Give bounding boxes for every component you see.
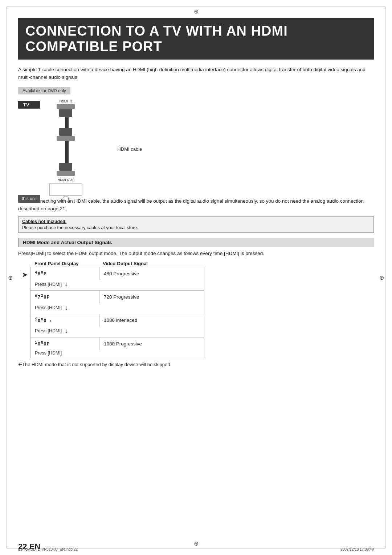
press-info-1080i: Press [HDMI] ↓	[30, 327, 204, 337]
press-label-480: Press [HDMI]	[35, 282, 62, 287]
this-unit-label: this unit	[18, 195, 40, 203]
display-720: n720P	[30, 291, 99, 303]
svg-rect-4	[59, 128, 72, 136]
hdmi-note: ∈The HDMI mode that is not supported by …	[18, 362, 374, 367]
press-label-720: Press [HDMI]	[35, 305, 62, 310]
press-info-1080p: Press [HDMI]	[30, 350, 204, 358]
data-row-480: 488P 480 Progressive	[30, 267, 204, 280]
cables-note-text: Please purchase the necessary cables at …	[22, 225, 370, 230]
diagram-section: Available for DVD only TV this unit HDMI…	[18, 87, 374, 206]
tv-label: TV	[18, 101, 40, 109]
press-label-1080p: Press [HDMI]	[35, 351, 62, 356]
intro-text: A simple 1-cable connection with a devic…	[18, 66, 374, 81]
table-row: i080P 1080 Progressive Press [HDMI]	[30, 337, 204, 358]
col-header-signal: Video Output Signal	[103, 261, 148, 266]
svg-text:HDMI IN: HDMI IN	[60, 100, 72, 103]
display-480: 488P	[30, 267, 99, 280]
display-1080i: i080 ı	[30, 314, 99, 327]
signal-1080i: 1080 interlaced	[99, 314, 204, 327]
arrow-icon: ➤	[22, 261, 28, 279]
hdmi-mode-header: HDMI Mode and Actual Output Signals	[18, 238, 374, 247]
svg-text:HDMI OUT: HDMI OUT	[58, 178, 74, 182]
svg-rect-7	[59, 163, 72, 171]
footer-right: 2007/12/18 17:09:49	[340, 547, 374, 551]
table-row: n720P 720 Progressive Press [HDMI] ↓	[30, 290, 204, 313]
footer-left: E9HGAUD_D-VR610KU_EN.indd 22	[18, 547, 78, 551]
down-arrow-480: ↓	[65, 280, 68, 288]
data-row-1080i: i080 ı 1080 interlaced	[30, 314, 204, 327]
svg-point-11	[63, 196, 69, 202]
svg-rect-2	[59, 109, 72, 117]
down-arrow-1080i: ↓	[65, 327, 68, 335]
col-header-display: Front Panel Display	[30, 261, 103, 266]
table-header: Front Panel Display Video Output Signal	[30, 261, 204, 266]
cables-note-box: Cables not included. Please purchase the…	[18, 216, 374, 233]
press-info-720: Press [HDMI] ↓	[30, 303, 204, 314]
svg-rect-10	[49, 184, 82, 195]
hdmi-mode-section: HDMI Mode and Actual Output Signals Pres…	[18, 238, 374, 368]
page-content: CONNECTION TO A TV WITH AN HDMI COMPATIB…	[18, 18, 374, 537]
available-badge: Available for DVD only	[18, 87, 70, 94]
press-label-1080i: Press [HDMI]	[35, 328, 62, 333]
connection-svg: HDMI IN	[44, 97, 102, 206]
table-row: 488P 480 Progressive Press [HDMI] ↓	[30, 267, 204, 290]
cables-note-title: Cables not included.	[22, 219, 370, 224]
signal-720: 720 Progressive	[99, 291, 204, 303]
svg-rect-1	[57, 104, 75, 109]
down-arrow-720: ↓	[65, 304, 68, 312]
svg-rect-3	[65, 117, 69, 128]
svg-rect-8	[57, 171, 75, 176]
signal-1080p: 1080 Progressive	[99, 337, 204, 350]
signal-480: 480 Progressive	[99, 267, 204, 280]
output-table-section: ➤ Front Panel Display Video Output Signa…	[22, 261, 374, 358]
center-diagram: HDMI IN	[44, 97, 102, 206]
hdmi-mode-desc: Press[HDMI] to select the HDMI output mo…	[18, 250, 374, 257]
diagram-area: Available for DVD only TV this unit HDMI…	[18, 87, 374, 206]
display-1080p: i080P	[30, 337, 99, 350]
table-row: i080 ı 1080 interlaced Press [HDMI] ↓	[30, 314, 204, 337]
svg-rect-6	[65, 141, 69, 163]
output-table: Front Panel Display Video Output Signal …	[30, 261, 204, 358]
press-info-480: Press [HDMI] ↓	[30, 280, 204, 290]
data-row-720: n720P 720 Progressive	[30, 291, 204, 303]
page-title: CONNECTION TO A TV WITH AN HDMI COMPATIB…	[18, 18, 374, 60]
svg-rect-5	[57, 136, 75, 141]
hdmi-cable-label: HDMI cable	[117, 146, 142, 152]
data-row-1080p: i080P 1080 Progressive	[30, 337, 204, 350]
